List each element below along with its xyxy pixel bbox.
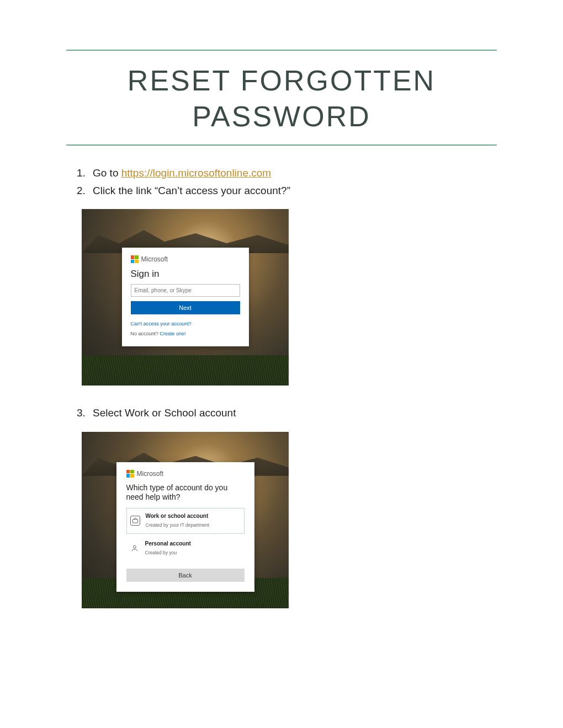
account-picker-card: Microsoft Which type of account do you n…	[116, 462, 254, 592]
personal-option[interactable]: Personal account Created by you	[126, 536, 245, 561]
person-icon	[130, 543, 140, 553]
no-account-prefix: No account?	[131, 331, 160, 336]
step-1: Go to https://login.microsoftonline.com	[88, 165, 497, 181]
page-title: RESET FORGOTTEN PASSWORD	[66, 51, 497, 144]
signin-next-button[interactable]: Next	[131, 301, 240, 314]
microsoft-brand-label-2: Microsoft	[137, 470, 164, 478]
steps-list: Go to https://login.microsoftonline.com …	[66, 165, 497, 198]
work-option-sub: Created by your IT department	[146, 522, 210, 528]
account-type-heading: Which type of account do you need help w…	[126, 483, 245, 502]
work-school-option[interactable]: Work or school account Created by your I…	[126, 508, 245, 534]
account-picker-screenshot: Microsoft Which type of account do you n…	[82, 432, 289, 608]
microsoft-logo-row: Microsoft	[131, 255, 240, 263]
work-option-title: Work or school account	[146, 513, 210, 519]
microsoft-brand-label: Microsoft	[141, 255, 168, 263]
briefcase-icon	[130, 516, 140, 526]
steps-list-cont: Select Work or School account	[66, 405, 497, 421]
signin-heading: Sign in	[131, 269, 240, 280]
login-url-link[interactable]: https://login.microsoftonline.com	[121, 167, 271, 179]
microsoft-logo-icon	[131, 255, 139, 263]
step-1-prefix: Go to	[93, 167, 121, 179]
step-2: Click the link “Can’t access your accoun…	[88, 183, 497, 199]
personal-option-title: Personal account	[145, 540, 191, 547]
microsoft-logo-row-2: Microsoft	[126, 470, 245, 478]
create-one-link[interactable]: Create one!	[160, 331, 186, 336]
bottom-rule	[66, 144, 497, 146]
cant-access-link[interactable]: Can't access your account?	[131, 321, 240, 326]
signin-screenshot: Microsoft Sign in Next Can't access your…	[82, 209, 289, 386]
step-3: Select Work or School account	[88, 405, 497, 421]
no-account-row: No account? Create one!	[131, 331, 240, 336]
signin-email-input[interactable]	[131, 284, 240, 297]
signin-card: Microsoft Sign in Next Can't access your…	[122, 248, 249, 346]
microsoft-logo-icon	[126, 470, 134, 478]
personal-option-sub: Created by you	[145, 550, 177, 555]
svg-point-1	[133, 545, 136, 548]
back-button[interactable]: Back	[126, 569, 245, 582]
svg-rect-0	[132, 520, 137, 523]
